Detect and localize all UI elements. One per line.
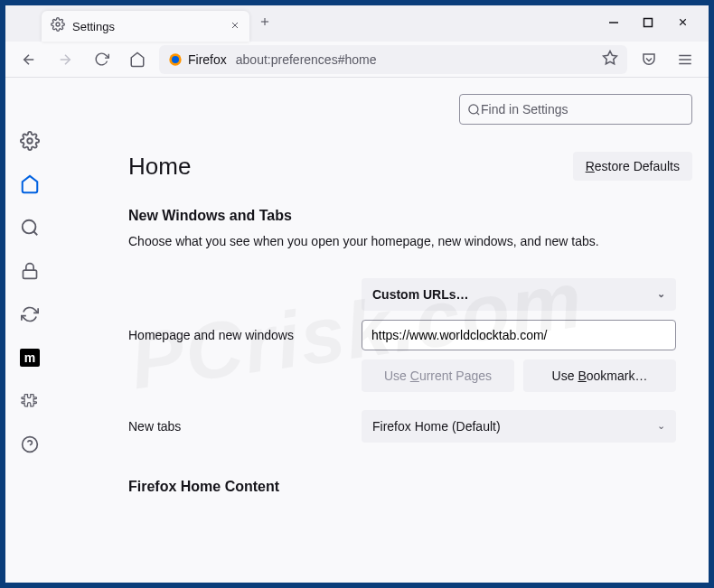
newtabs-value: Firefox Home (Default) [372,419,501,434]
sidebar-extensions-icon[interactable] [19,390,41,412]
tab-settings[interactable]: Settings [42,11,249,42]
svg-line-19 [33,231,37,235]
back-button[interactable] [14,45,43,74]
newtabs-label: New tabs [128,419,362,434]
svg-rect-6 [644,19,653,27]
tab-bar: Settings [5,5,709,42]
svg-rect-20 [23,270,37,278]
forward-button[interactable] [51,45,80,74]
svg-point-0 [56,23,60,26]
page-title: Home [128,153,191,181]
content-area: PCrisk.com m Home Restore Defaults N [5,78,709,583]
close-window-button[interactable] [676,15,689,32]
tab-title: Settings [72,20,230,33]
sidebar-search-icon[interactable] [19,217,41,238]
sidebar-general-icon[interactable] [19,130,41,152]
settings-search[interactable] [459,94,692,125]
homepage-row-label: Homepage and new windows [128,328,362,342]
sidebar-help-icon[interactable] [19,434,41,455]
sidebar-more-icon[interactable]: m [19,347,41,369]
minimize-button[interactable] [607,15,620,32]
svg-line-24 [476,112,479,115]
browser-window: Settings Firefox about:preferences#home [5,5,709,583]
address-bar[interactable]: Firefox about:preferences#home [159,45,627,74]
gear-icon [51,17,65,35]
menu-icon[interactable] [671,45,700,74]
section-home-content-title: Firefox Home Content [128,479,692,495]
sidebar-home-icon[interactable] [19,173,41,195]
new-tab-button[interactable] [258,15,271,32]
home-button[interactable] [123,45,152,74]
svg-point-23 [469,104,478,113]
settings-main: Home Restore Defaults New Windows and Ta… [54,78,709,583]
svg-point-12 [172,56,179,63]
maximize-button[interactable] [642,15,654,32]
section-new-windows-desc: Choose what you see when you open your h… [128,233,692,251]
firefox-icon [168,52,183,67]
homepage-url-input[interactable] [362,320,676,350]
section-new-windows-title: New Windows and Tabs [128,208,692,224]
window-controls [607,15,701,32]
close-icon[interactable] [230,18,240,34]
chevron-down-icon: ⌄ [657,288,665,300]
use-bookmark-button[interactable]: Use Bookmark… [523,359,676,392]
settings-sidebar: m [5,78,54,583]
homepage-mode-select[interactable]: Custom URLs… ⌄ [362,278,676,311]
svg-marker-13 [604,51,617,63]
search-input[interactable] [481,102,684,117]
use-current-pages-button[interactable]: Use Current Pages [362,359,514,392]
sidebar-privacy-icon[interactable] [19,260,41,282]
url-identity: Firefox [188,52,227,67]
nav-right [634,45,700,74]
restore-defaults-button[interactable]: Restore Defaults [573,152,692,181]
newtabs-select[interactable]: Firefox Home (Default) ⌄ [362,410,676,443]
sidebar-sync-icon[interactable] [19,303,41,325]
search-icon [467,103,481,117]
reload-button[interactable] [87,45,116,74]
homepage-mode-value: Custom URLs… [372,287,469,302]
chevron-down-icon: ⌄ [657,420,665,432]
url-address: about:preferences#home [236,52,377,67]
svg-point-18 [23,220,36,234]
svg-point-17 [27,138,33,144]
pocket-icon[interactable] [634,45,663,74]
bookmark-star-icon[interactable] [602,50,618,70]
navigation-bar: Firefox about:preferences#home [5,42,709,78]
